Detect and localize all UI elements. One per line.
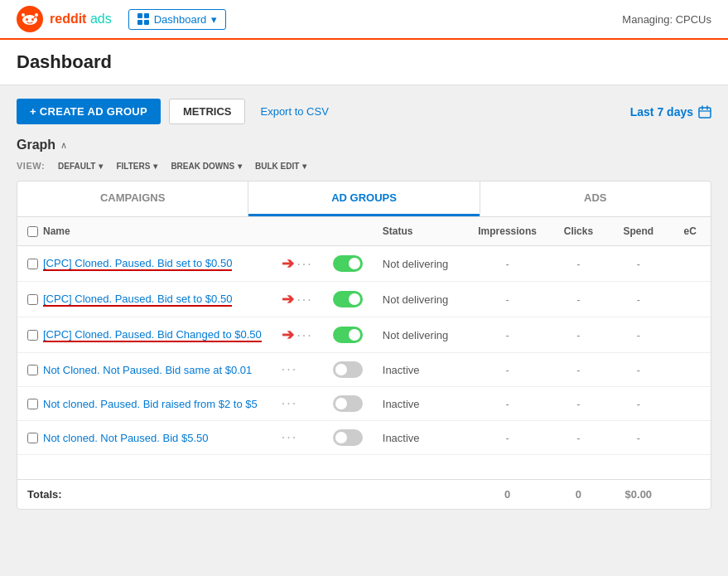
col-header-impressions: Impressions (465, 217, 549, 246)
col-header-status: Status (373, 217, 465, 246)
tab-campaigns[interactable]: CAMPAIGNS (17, 182, 248, 216)
svg-rect-11 (144, 20, 149, 25)
spacer-row (17, 455, 711, 480)
row-name-link[interactable]: Not cloned. Not Paused. Bid $5.50 (43, 432, 208, 444)
row-checkbox-3[interactable] (27, 365, 38, 375)
bulk-edit-dropdown[interactable]: BULK EDIT ▾ (255, 162, 306, 171)
table-row: [CPC] Cloned. Paused. Bid Changed to $0.… (17, 317, 711, 353)
logo-area: reddit ads (17, 6, 112, 32)
row-toggle-cell[interactable] (323, 353, 373, 387)
row-toggle-cell[interactable] (323, 317, 373, 353)
select-all-checkbox[interactable] (27, 226, 38, 237)
table-wrapper: CAMPAIGNS AD GROUPS ADS Name Stat (17, 181, 711, 510)
row-impressions-cell: - (465, 246, 549, 282)
more-options-button[interactable]: ··· (297, 293, 312, 307)
svg-rect-10 (137, 20, 142, 25)
row-checkbox-5[interactable] (27, 433, 38, 443)
row-clicks-cell: - (550, 353, 608, 387)
row-name-link[interactable]: [CPC] Cloned. Paused. Bid set to $0.50 (43, 257, 232, 271)
toggle-slider (333, 327, 363, 343)
main-content: + CREATE AD GROUP METRICS Export to CSV … (0, 85, 728, 523)
totals-ec (669, 480, 711, 510)
toggle-switch[interactable] (333, 255, 363, 272)
row-name-link[interactable]: [CPC] Cloned. Paused. Bid set to $0.50 (43, 293, 232, 307)
toggle-slider (333, 291, 363, 307)
tab-ad-groups[interactable]: AD GROUPS (248, 182, 479, 216)
breakdowns-dropdown[interactable]: BREAK DOWNS ▾ (171, 162, 242, 171)
status-badge: Not delivering (383, 258, 449, 270)
svg-rect-9 (144, 13, 149, 18)
row-checkbox-4[interactable] (27, 399, 38, 409)
filters-label: FILTERS (116, 162, 150, 171)
row-toggle-cell[interactable] (323, 246, 373, 282)
row-status-cell: Not delivering (373, 246, 465, 282)
row-status-cell: Not delivering (373, 282, 465, 317)
filters-caret-icon: ▾ (153, 162, 157, 171)
row-name-cell: Not cloned. Paused. Bid raised from $2 t… (17, 387, 272, 421)
row-impressions-cell: - (465, 421, 549, 455)
status-badge: Inactive (383, 398, 420, 410)
metrics-button[interactable]: METRICS (169, 99, 246, 124)
view-dropdown[interactable]: DEFAULT ▾ (58, 162, 103, 171)
totals-status-cell (373, 480, 465, 510)
row-checkbox-0[interactable] (27, 259, 38, 269)
create-ad-group-button[interactable]: + CREATE AD GROUP (17, 99, 161, 124)
row-ec-cell (669, 246, 711, 282)
toggle-slider (333, 361, 363, 378)
row-ec-cell (669, 282, 711, 317)
arrow-icon: ➔ (282, 291, 294, 307)
dashboard-label: Dashboard (154, 13, 207, 26)
totals-clicks: 0 (550, 480, 608, 510)
row-more-cell: ➔ ··· (272, 317, 323, 353)
row-clicks-cell: - (550, 317, 608, 353)
row-impressions-cell: - (465, 282, 549, 317)
graph-section: Graph ∧ (17, 138, 711, 152)
row-name-link[interactable]: [CPC] Cloned. Paused. Bid Changed to $0.… (43, 328, 262, 342)
date-range-picker[interactable]: Last 7 days (630, 105, 711, 119)
more-options-button[interactable]: ··· (297, 328, 312, 342)
table-row: Not cloned. Paused. Bid raised from $2 t… (17, 387, 711, 421)
toolbar: + CREATE AD GROUP METRICS Export to CSV … (17, 99, 711, 124)
row-toggle-cell[interactable] (323, 282, 373, 317)
more-options-button[interactable]: ··· (297, 257, 312, 271)
view-bar: VIEW: DEFAULT ▾ FILTERS ▾ BREAK DOWNS ▾ … (17, 161, 711, 171)
arrow-icon: ➔ (282, 255, 294, 272)
row-status-cell: Inactive (373, 353, 465, 387)
dashboard-caret-icon: ▾ (211, 13, 217, 26)
col-header-ec: eC (669, 217, 711, 246)
row-ec-cell (669, 421, 711, 455)
table-row: [CPC] Cloned. Paused. Bid set to $0.50 ➔… (17, 246, 711, 282)
more-options-button[interactable]: ··· (282, 430, 297, 444)
row-more-cell: ➔ ··· (272, 282, 323, 317)
toggle-switch[interactable] (333, 361, 363, 378)
page-title-bar: Dashboard (0, 40, 728, 85)
row-clicks-cell: - (550, 421, 608, 455)
more-options-button[interactable]: ··· (282, 396, 297, 410)
more-options-button[interactable]: ··· (282, 362, 297, 376)
toggle-switch[interactable] (333, 327, 363, 343)
export-csv-button[interactable]: Export to CSV (253, 99, 335, 123)
toggle-switch[interactable] (333, 429, 363, 446)
row-clicks-cell: - (550, 387, 608, 421)
row-checkbox-1[interactable] (27, 294, 38, 305)
totals-row: Totals: 0 0 $0.00 (17, 480, 711, 510)
row-toggle-cell[interactable] (323, 421, 373, 455)
col-header-name: Name (17, 217, 272, 246)
graph-caret-icon[interactable]: ∧ (60, 140, 67, 151)
col-header-toggle (323, 217, 373, 246)
row-clicks-cell: - (550, 246, 608, 282)
row-name-link[interactable]: Not Cloned. Not Paused. Bid same at $0.0… (43, 364, 252, 376)
row-name-link[interactable]: Not cloned. Paused. Bid raised from $2 t… (43, 398, 258, 410)
toggle-switch[interactable] (333, 291, 363, 307)
logo-reddit: reddit ads (50, 12, 112, 27)
status-badge: Inactive (383, 364, 420, 376)
row-impressions-cell: - (465, 317, 549, 353)
filters-dropdown[interactable]: FILTERS ▾ (116, 162, 157, 171)
tab-ads[interactable]: ADS (480, 182, 711, 216)
row-toggle-cell[interactable] (323, 387, 373, 421)
dashboard-dropdown[interactable]: Dashboard ▾ (128, 9, 227, 30)
row-checkbox-2[interactable] (27, 330, 38, 341)
breakdowns-caret-icon: ▾ (238, 162, 242, 171)
tab-row: CAMPAIGNS AD GROUPS ADS (17, 182, 711, 217)
toggle-switch[interactable] (333, 395, 363, 412)
